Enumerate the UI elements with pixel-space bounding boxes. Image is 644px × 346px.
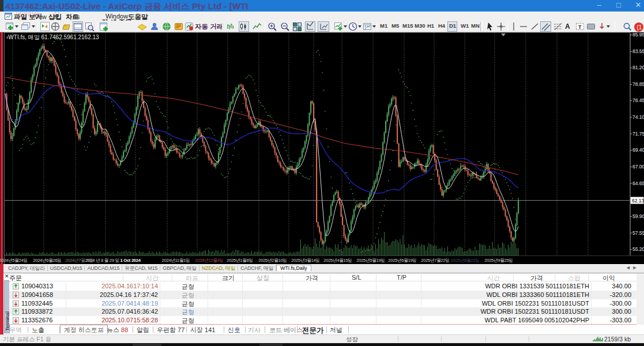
svg-text:2025년9월25일: 2025년9월25일 bbox=[484, 258, 513, 263]
svg-text:2024년6월26일: 2024년6월26일 bbox=[33, 258, 61, 263]
svg-text:2025년4월15일: 2025년4월15일 bbox=[323, 258, 352, 263]
svg-text:(1: (1 bbox=[637, 24, 642, 31]
svg-text:85.95: 85.95 bbox=[632, 32, 644, 37]
svg-text:2025년8월22일: 2025년8월22일 bbox=[451, 258, 479, 263]
svg-text:2025년1월8일: 2025년1월8일 bbox=[227, 258, 253, 263]
svg-text:69.40: 69.40 bbox=[632, 147, 644, 153]
svg-text:2025년5월19일: 2025년5월19일 bbox=[356, 258, 385, 263]
svg-text:59.90: 59.90 bbox=[632, 213, 644, 219]
svg-text:2024년11월1일: 2024년11월1일 bbox=[162, 258, 190, 263]
svg-text:83.55: 83.55 bbox=[632, 48, 644, 54]
svg-text:71.75: 71.75 bbox=[632, 131, 644, 137]
svg-text:55.20: 55.20 bbox=[632, 246, 644, 252]
svg-text:62.13: 62.13 bbox=[632, 198, 644, 204]
svg-text:2025년2월10일: 2025년2월10일 bbox=[258, 258, 287, 263]
svg-text:81.20: 81.20 bbox=[632, 65, 644, 70]
svg-text:74.10: 74.10 bbox=[632, 114, 644, 120]
svg-text:2024년12월4일: 2024년12월4일 bbox=[195, 258, 223, 263]
svg-text:2024 년 8 월 29 일 1 Oct 2024: 2024 년 8 월 29 일 1 Oct 2024 bbox=[85, 258, 141, 263]
svg-text:67.00: 67.00 bbox=[632, 164, 644, 170]
svg-text:57.55: 57.55 bbox=[632, 230, 644, 236]
svg-text:2024년5월24일: 2024년5월24일 bbox=[0, 258, 28, 263]
svg-text:64.65: 64.65 bbox=[632, 180, 644, 186]
svg-text:‹WTI.fs, 매일 61.7462.5961.2162.: ‹WTI.fs, 매일 61.7462.5961.2162.13 bbox=[6, 34, 99, 40]
svg-text:T: T bbox=[578, 24, 582, 30]
svg-text:2025년6월19일: 2025년6월19일 bbox=[388, 258, 416, 263]
svg-text:2025년7월22일: 2025년7월22일 bbox=[421, 258, 449, 263]
svg-text:78.85: 78.85 bbox=[632, 81, 644, 87]
svg-text:76.45: 76.45 bbox=[632, 97, 644, 103]
svg-text:2025년3월14일: 2025년3월14일 bbox=[291, 258, 319, 263]
